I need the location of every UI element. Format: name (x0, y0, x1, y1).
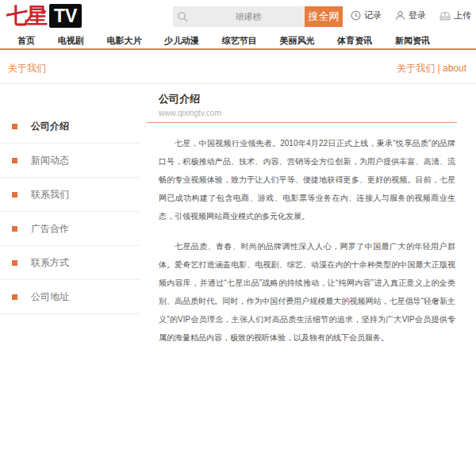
sidebar-item-news[interactable]: 新闻动态 (0, 144, 140, 178)
main-nav: 首页 电视剧 电影大片 少儿动漫 综艺节目 美丽风光 体育资讯 新闻资讯 (0, 33, 476, 50)
content: 公司介绍 新闻动态 联系我们 广告合作 联系方式 公司地址 (0, 84, 476, 359)
breadcrumb-secondary: 关于我们 | about (397, 62, 466, 75)
main-content: 公司介绍 www.qixingtv.com 七星，中国视频行业领先者。2010年… (147, 84, 457, 359)
page-title: 公司介绍 (159, 92, 457, 106)
page: 七星 ★ TV 搜全网 记录 登录 (0, 0, 476, 453)
header: 七星 ★ TV 搜全网 记录 登录 (0, 0, 476, 33)
article-header: 公司介绍 www.qixingtv.com (147, 92, 457, 123)
header-actions: 记录 登录 上传 (351, 10, 471, 21)
square-bullet-icon (12, 158, 17, 163)
logo-qixing-text: 七星 ★ (6, 4, 49, 28)
nav-item-scenery[interactable]: 美丽风光 (280, 35, 315, 47)
square-bullet-icon (12, 294, 17, 300)
sidebar-item-label: 广告合作 (31, 222, 69, 236)
nav-item-tv-series[interactable]: 电视剧 (58, 35, 84, 47)
square-bullet-icon (12, 260, 17, 266)
sidebar-item-company-address[interactable]: 公司地址 (0, 280, 140, 314)
history-button[interactable]: 记录 (351, 10, 382, 21)
breadcrumb-row: 关于我们 关于我们 | about (0, 50, 476, 84)
upload-icon (440, 10, 451, 21)
nav-item-kids-animation[interactable]: 少儿动漫 (164, 35, 199, 47)
site-logo[interactable]: 七星 ★ TV (6, 4, 82, 28)
sidebar-item-contact-info[interactable]: 联系方式 (0, 246, 140, 280)
sidebar-item-contact-us[interactable]: 联系我们 (0, 178, 140, 212)
site-url: www.qixingtv.com (159, 109, 457, 117)
clock-icon (351, 10, 361, 21)
user-icon (395, 10, 405, 21)
login-button[interactable]: 登录 (395, 10, 426, 21)
sidebar-item-label: 公司介绍 (31, 120, 69, 133)
search-button[interactable]: 搜全网 (305, 6, 343, 27)
nav-item-news[interactable]: 新闻资讯 (395, 35, 430, 47)
nav-item-variety-shows[interactable]: 综艺节目 (222, 35, 257, 47)
nav-item-sports-news[interactable]: 体育资讯 (337, 35, 372, 47)
sidebar-item-label: 公司地址 (31, 290, 69, 304)
nav-item-movies[interactable]: 电影大片 (106, 35, 141, 47)
sidebar-item-label: 联系我们 (31, 188, 69, 202)
upload-label: 上传 (454, 10, 471, 21)
sidebar: 公司介绍 新闻动态 联系我们 广告合作 联系方式 公司地址 (0, 84, 140, 314)
square-bullet-icon (12, 192, 17, 198)
logo-star-icon: ★ (40, 0, 48, 24)
search-icon (173, 6, 192, 27)
intro-paragraph-1: 七星，中国视频行业领先者。2010年4月22日正式上线，秉承“悦享品质”的品牌口… (159, 134, 455, 225)
upload-button[interactable]: 上传 (440, 10, 471, 21)
login-label: 登录 (409, 10, 426, 21)
search-input[interactable] (192, 6, 305, 27)
square-bullet-icon (12, 124, 17, 129)
sidebar-item-label: 新闻动态 (31, 154, 69, 167)
breadcrumb: 关于我们 (8, 62, 46, 75)
intro-paragraph-2: 七星品质、青春、时尚的品牌调性深入人心，网罗了中国最广大的年轻用户群体。爱奇艺打… (159, 237, 455, 347)
sidebar-item-company-intro[interactable]: 公司介绍 (0, 109, 140, 144)
nav-item-home[interactable]: 首页 (17, 35, 35, 47)
history-label: 记录 (364, 10, 382, 21)
search-bar: 搜全网 (173, 6, 343, 27)
sidebar-item-ad-cooperation[interactable]: 广告合作 (0, 212, 140, 246)
square-bullet-icon (12, 226, 17, 232)
logo-tv-badge: TV (49, 4, 82, 28)
article-body: 七星，中国视频行业领先者。2010年4月22日正式上线，秉承“悦享品质”的品牌口… (147, 123, 457, 347)
sidebar-item-label: 联系方式 (31, 256, 69, 270)
